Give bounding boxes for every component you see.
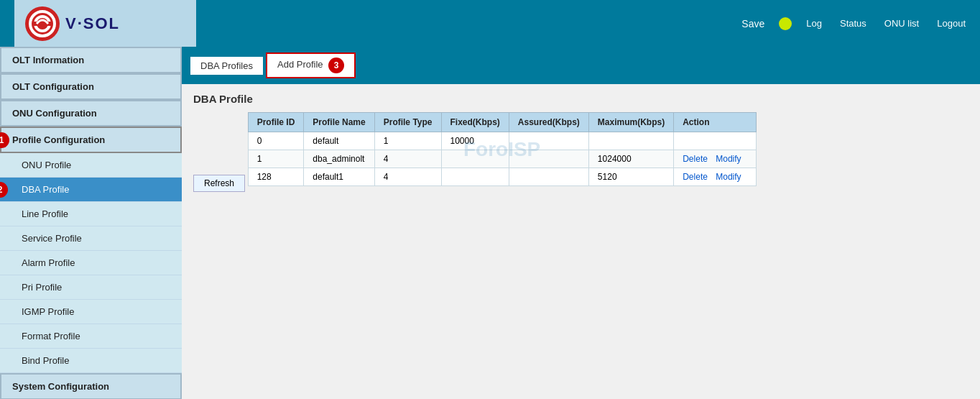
sidebar-item-olt-information[interactable]: OLT Information	[0, 47, 182, 73]
sidebar-item-alarm-profile[interactable]: Alarm Profile	[0, 251, 182, 275]
table-row: 0 default 1 10000	[248, 132, 756, 150]
cell-fixed	[441, 168, 509, 186]
sidebar-item-profile-configuration[interactable]: 1 Profile Configuration	[0, 127, 182, 153]
cell-assured	[509, 132, 588, 150]
page-title: DBA Profile	[193, 93, 969, 105]
table-row: 128 default1 4 5120 Delete Modify	[248, 168, 756, 186]
add-profile-badge: 3	[328, 58, 344, 73]
delete-link-row2[interactable]: Delete	[683, 172, 708, 182]
svg-point-0	[31, 12, 54, 35]
tabs-bar: DBA Profiles Add Profile 3	[182, 47, 980, 84]
cell-assured	[509, 150, 588, 168]
header-nav: Log Status ONU list Logout	[806, 18, 966, 29]
dba-profile-badge: 2	[0, 182, 8, 198]
sidebar-item-onu-profile[interactable]: ONU Profile	[0, 153, 182, 178]
col-header-profile-id: Profile ID	[248, 113, 304, 132]
svg-point-1	[35, 17, 50, 31]
col-header-assured: Assured(Kbps)	[509, 113, 588, 132]
cell-profile-name: default1	[304, 168, 374, 186]
logo-area: V·SOL	[14, 0, 196, 47]
modify-link-row2[interactable]: Modify	[716, 172, 741, 182]
col-header-action: Action	[674, 113, 756, 132]
sidebar-item-igmp-profile[interactable]: IGMP Profile	[0, 300, 182, 324]
cell-assured	[509, 168, 588, 186]
sidebar-item-system-configuration[interactable]: System Configuration	[0, 373, 182, 399]
cell-profile-name: dba_adminolt	[304, 150, 374, 168]
sidebar: OLT Information OLT Configuration ONU Co…	[0, 47, 182, 399]
svg-rect-2	[34, 22, 51, 26]
cell-profile-type: 1	[374, 132, 441, 150]
sidebar-item-olt-configuration[interactable]: OLT Configuration	[0, 73, 182, 100]
cell-profile-name: default	[304, 132, 374, 150]
status-indicator	[779, 17, 792, 30]
tab-add-profile[interactable]: Add Profile 3	[266, 52, 356, 78]
modify-link-row1[interactable]: Modify	[716, 154, 741, 164]
vsol-logo-icon	[25, 6, 60, 41]
col-header-maximum: Maximum(Kbps)	[588, 113, 673, 132]
sidebar-item-pri-profile[interactable]: Pri Profile	[0, 275, 182, 300]
cell-fixed: 10000	[441, 132, 509, 150]
cell-profile-id: 0	[248, 132, 304, 150]
sidebar-item-onu-configuration[interactable]: ONU Configuration	[0, 100, 182, 127]
col-header-fixed: Fixed(Kbps)	[441, 113, 509, 132]
tab-dba-profiles[interactable]: DBA Profiles	[190, 57, 263, 75]
delete-link-row1[interactable]: Delete	[683, 154, 708, 164]
onu-list-link[interactable]: ONU list	[884, 18, 919, 29]
sidebar-item-format-profile[interactable]: Format Profile	[0, 324, 182, 349]
cell-maximum	[588, 132, 673, 150]
sidebar-item-service-profile[interactable]: Service Profile	[0, 226, 182, 251]
dba-profile-table: Profile ID Profile Name Profile Type Fix…	[248, 112, 757, 186]
table-row: 1 dba_adminolt 4 1024000 Delete Modify	[248, 150, 756, 168]
cell-maximum: 1024000	[588, 150, 673, 168]
content-area: DBA Profiles Add Profile 3 DBA Profile R…	[182, 47, 980, 399]
logout-link[interactable]: Logout	[937, 18, 966, 29]
cell-fixed	[441, 150, 509, 168]
cell-profile-id: 1	[248, 150, 304, 168]
profile-config-badge: 1	[0, 132, 9, 148]
col-header-profile-name: Profile Name	[304, 113, 374, 132]
main-layout: OLT Information OLT Configuration ONU Co…	[0, 47, 980, 399]
table-wrapper: Profile ID Profile Name Profile Type Fix…	[248, 112, 757, 186]
refresh-button[interactable]: Refresh	[193, 175, 245, 192]
cell-profile-type: 4	[374, 168, 441, 186]
header: V·SOL Save Log Status ONU list Logout	[0, 0, 980, 47]
col-header-profile-type: Profile Type	[374, 113, 441, 132]
status-link[interactable]: Status	[840, 18, 866, 29]
cell-profile-type: 4	[374, 150, 441, 168]
cell-profile-id: 128	[248, 168, 304, 186]
logo-text: V·SOL	[65, 14, 120, 33]
sidebar-item-dba-profile[interactable]: 2 DBA Profile	[0, 178, 182, 202]
cell-actions: Delete Modify	[674, 168, 756, 186]
log-link[interactable]: Log	[806, 18, 822, 29]
cell-maximum: 5120	[588, 168, 673, 186]
cell-actions	[674, 132, 756, 150]
sidebar-item-bind-profile[interactable]: Bind Profile	[0, 349, 182, 373]
save-button[interactable]: Save	[741, 18, 764, 29]
page-content: DBA Profile Refresh Profile ID Profile N…	[182, 84, 980, 206]
header-right: Save Log Status ONU list Logout	[741, 17, 966, 30]
cell-actions: Delete Modify	[674, 150, 756, 168]
sidebar-item-line-profile[interactable]: Line Profile	[0, 202, 182, 226]
